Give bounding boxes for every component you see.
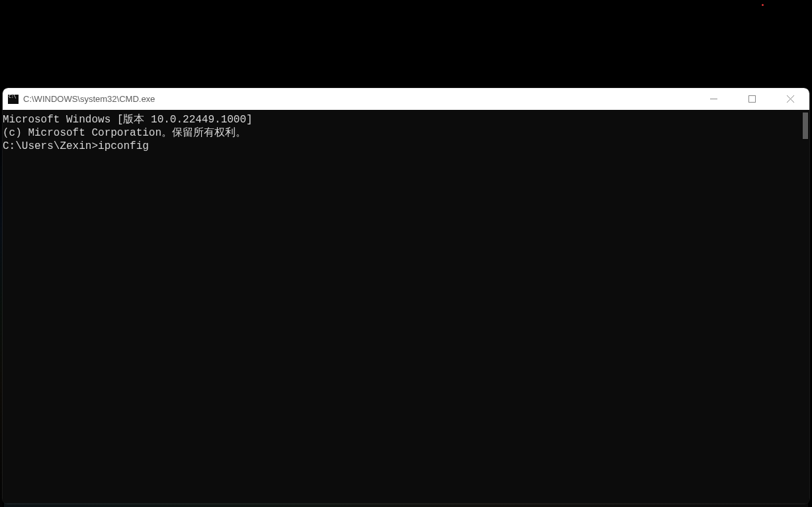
command-text: ipconfig: [98, 140, 149, 152]
minimize-button[interactable]: [694, 88, 733, 110]
scrollbar-thumb[interactable]: [803, 113, 808, 139]
maximize-button[interactable]: [733, 88, 771, 110]
prompt-text: C:\Users\Zexin>: [3, 140, 98, 152]
red-indicator-dot: [762, 4, 764, 6]
close-button[interactable]: [771, 88, 809, 110]
minimize-icon: [710, 95, 717, 103]
title-bar[interactable]: C:\WINDOWS\system32\CMD.exe: [3, 88, 809, 110]
terminal-prompt-line: C:\Users\Zexin>ipconfig: [3, 140, 809, 153]
cmd-icon: [8, 95, 19, 104]
terminal-body[interactable]: Microsoft Windows [版本 10.0.22449.1000] (…: [3, 110, 809, 504]
svg-rect-1: [748, 96, 755, 103]
close-icon: [787, 95, 794, 103]
terminal-output-line: Microsoft Windows [版本 10.0.22449.1000]: [3, 113, 809, 126]
cmd-window: C:\WINDOWS\system32\CMD.exe Microsoft Wi: [3, 88, 809, 504]
window-title: C:\WINDOWS\system32\CMD.exe: [23, 94, 155, 104]
terminal-output-line: (c) Microsoft Corporation。保留所有权利。: [3, 126, 809, 140]
desktop-bottom-edge: [4, 503, 808, 507]
maximize-icon: [748, 95, 756, 103]
window-controls: [694, 88, 809, 110]
